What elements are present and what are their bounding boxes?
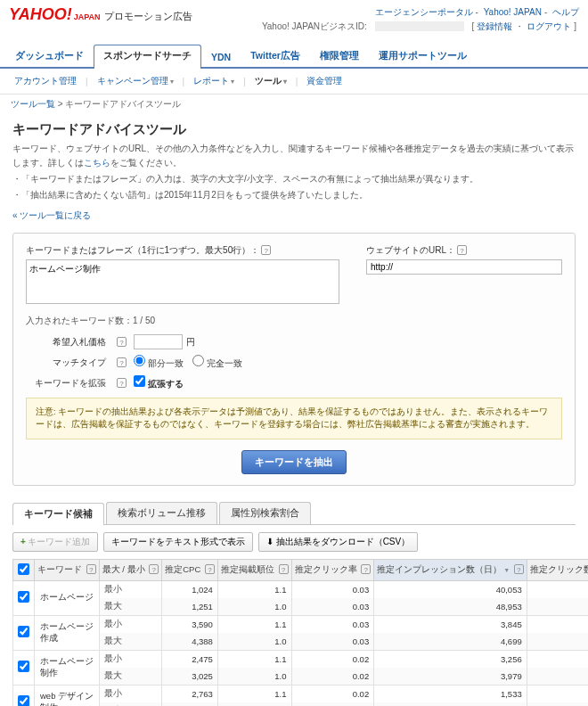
link-yj[interactable]: Yahoo! JAPAN: [484, 7, 542, 17]
back-link[interactable]: « ツール一覧に戻る: [12, 209, 91, 222]
header-links: エージェンシーポータル- Yahoo! JAPAN- ヘルプ Yahoo! JA…: [259, 5, 579, 34]
row-keyword: ホームページ 作成: [35, 615, 100, 650]
keyword-count: 入力されたキーワード数：1 / 50: [26, 315, 562, 327]
rtab-attributes[interactable]: 属性別検索割合: [219, 502, 311, 524]
bid-label: 希望入札価格: [26, 336, 106, 349]
results-table: キーワード ? 最大 / 最小 ? 推定CPC ? 推定掲載順位 ? 推定クリッ…: [12, 559, 588, 707]
col-impressions[interactable]: 推定インプレッション数（日） ?: [374, 559, 527, 580]
add-keyword-button[interactable]: +キーワード追加: [12, 532, 98, 552]
breadcrumb-tools[interactable]: ツール一覧: [11, 99, 55, 109]
notice-box: 注意: キーワードの抽出結果および各表示データは予測値であり、結果を保証するもの…: [26, 398, 562, 439]
row-max-label: 最大: [99, 702, 162, 707]
match-label: マッチタイプ: [26, 357, 106, 369]
tab-sponsored-search[interactable]: スポンサードサーチ: [94, 45, 201, 69]
col-checkbox[interactable]: [13, 559, 35, 580]
subtab-funds[interactable]: 資金管理: [301, 73, 347, 89]
logo: YAHOO! JAPAN プロモーション広告: [9, 5, 192, 24]
download-csv-button[interactable]: ⬇ 抽出結果をダウンロード（CSV）: [258, 532, 418, 552]
col-keyword[interactable]: キーワード ?: [35, 559, 100, 580]
page-desc-1: キーワード、ウェブサイトのURL、その他の入力条件などを入力し、関連するキーワー…: [12, 142, 576, 170]
form-area: キーワードまたはフレーズ（1行に1つずつ。最大50行）：? ホームページ制作 ウ…: [12, 233, 576, 486]
row-checkbox[interactable]: [13, 685, 35, 706]
tab-ydn[interactable]: YDN: [201, 46, 241, 67]
help-icon[interactable]: ?: [457, 245, 467, 255]
row-keyword: ホームページ: [35, 580, 100, 615]
tab-dashboard[interactable]: ダッシュボード: [5, 45, 94, 67]
col-cpc[interactable]: 推定CPC ?: [162, 559, 218, 580]
subtab-account[interactable]: アカウント管理: [9, 73, 82, 89]
url-input[interactable]: [366, 259, 562, 275]
col-clicks[interactable]: 推定クリック数（日） ?: [527, 559, 588, 580]
subtab-tool[interactable]: ツール: [249, 73, 292, 89]
row-min-label: 最小: [99, 615, 162, 633]
col-minmax[interactable]: 最大 / 最小 ?: [99, 559, 162, 580]
link-help[interactable]: ヘルプ: [552, 7, 579, 17]
page-title: キーワードアドバイスツール: [12, 121, 576, 138]
col-ctr[interactable]: 推定クリック率 ?: [291, 559, 374, 580]
tab-support[interactable]: 運用サポートツール: [369, 45, 477, 67]
expand-checkbox[interactable]: 拡張する: [134, 375, 184, 390]
link-logout[interactable]: ログアウト: [527, 21, 571, 31]
row-min-label: 最小: [99, 580, 162, 598]
row-max-label: 最大: [99, 668, 162, 685]
row-min-label: 最小: [99, 685, 162, 702]
help-icon[interactable]: ?: [261, 245, 271, 255]
keyword-label: キーワードまたはフレーズ（1行に1つずつ。最大50行）：?: [26, 244, 339, 257]
match-partial-radio[interactable]: 部分一致: [134, 355, 184, 370]
breadcrumb: ツール一覧 > キーワードアドバイスツール: [0, 94, 588, 114]
tab-permissions[interactable]: 権限管理: [310, 45, 369, 67]
bid-input[interactable]: [134, 334, 183, 349]
page-desc-2: 「キーワードまたはフレーズ」の入力は、英字の大文字/小文字、スペースの有無によっ…: [12, 172, 576, 186]
row-min-label: 最小: [99, 650, 162, 668]
help-icon[interactable]: ?: [117, 357, 127, 367]
row-checkbox[interactable]: [13, 580, 35, 615]
help-icon[interactable]: ?: [117, 378, 127, 388]
row-checkbox[interactable]: [13, 650, 35, 685]
subtab-campaign[interactable]: キャンペーン管理: [92, 73, 179, 89]
rtab-candidates[interactable]: キーワード候補: [12, 503, 104, 525]
main-tabs: ダッシュボード スポンサードサーチ YDN Twitter広告 権限管理 運用サ…: [0, 43, 588, 69]
tab-twitter[interactable]: Twitter広告: [241, 45, 310, 67]
sub-tabs: アカウント管理| キャンペーン管理| レポート| ツール| 資金管理: [0, 69, 588, 94]
extract-button[interactable]: キーワードを抽出: [241, 450, 347, 474]
help-icon[interactable]: ?: [117, 337, 127, 347]
subtab-report[interactable]: レポート: [188, 73, 240, 89]
keyword-textarea[interactable]: ホームページ制作: [26, 259, 339, 304]
row-checkbox[interactable]: [13, 615, 35, 650]
download-icon: ⬇: [266, 537, 274, 546]
match-exact-radio[interactable]: 完全一致: [192, 355, 242, 370]
link-agency[interactable]: エージェンシーポータル: [375, 7, 473, 17]
link-details[interactable]: こちら: [84, 158, 110, 168]
expand-label: キーワードを拡張: [26, 377, 106, 390]
show-text-button[interactable]: キーワードをテキスト形式で表示: [103, 532, 253, 552]
page-desc-3: 「抽出結果に含めたくない語句」は2015年11月2日をもって提供を終了いたしまし…: [12, 188, 576, 202]
row-max-label: 最大: [99, 598, 162, 616]
url-label: ウェブサイトのURL：?: [366, 244, 562, 257]
row-keyword: web デザイン 制作: [35, 685, 100, 706]
row-max-label: 最大: [99, 633, 162, 651]
link-login-info[interactable]: 登録情報: [477, 21, 512, 31]
rtab-volume[interactable]: 検索ボリューム推移: [106, 502, 217, 524]
result-tabs: キーワード候補 検索ボリューム推移 属性別検索割合: [12, 502, 576, 525]
row-keyword: ホームページ制作: [35, 650, 100, 685]
col-rank[interactable]: 推定掲載順位 ?: [217, 559, 291, 580]
